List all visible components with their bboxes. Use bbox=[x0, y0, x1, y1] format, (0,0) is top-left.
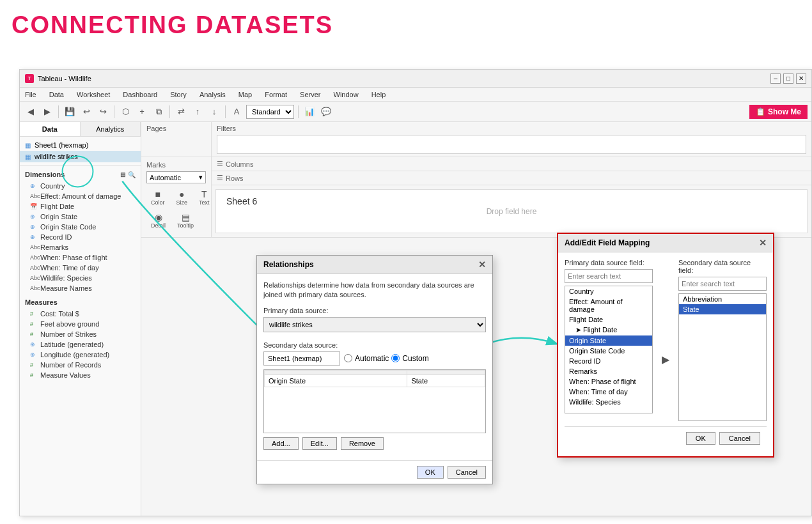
custom-radio[interactable] bbox=[391, 354, 400, 362]
field-recordid[interactable]: ⊕ Record ID bbox=[20, 232, 141, 242]
field-measurevalues[interactable]: # Measure Values bbox=[20, 370, 141, 380]
tooltip-button[interactable]: 💬 bbox=[319, 105, 333, 119]
field-wildlifespecies-label: Wildlife: Species bbox=[40, 274, 92, 282]
swap-button[interactable]: ⇄ bbox=[174, 105, 188, 119]
field-effect[interactable]: Abc Effect: Amount of damage bbox=[20, 191, 141, 201]
menu-file[interactable]: File bbox=[22, 91, 39, 98]
field-cost[interactable]: # Cost: Total $ bbox=[20, 309, 141, 319]
maximize-button[interactable]: □ bbox=[783, 73, 793, 84]
menu-help[interactable]: Help bbox=[369, 91, 389, 98]
tab-analytics[interactable]: Analytics bbox=[81, 122, 141, 136]
field-wildlifespecies[interactable]: Abc Wildlife: Species bbox=[20, 273, 141, 283]
relationships-close-button[interactable]: ✕ bbox=[478, 259, 486, 270]
title-bar: T Tableau - Wildlife – □ ✕ bbox=[20, 70, 811, 88]
edit-button[interactable]: Edit... bbox=[302, 437, 337, 450]
list-item[interactable]: When: Time of day bbox=[565, 387, 652, 397]
list-item[interactable]: Country bbox=[565, 286, 652, 297]
field-flightdate[interactable]: 📅 Flight Date bbox=[20, 201, 141, 212]
menu-story[interactable]: Story bbox=[168, 91, 189, 98]
list-item[interactable]: When: Phase of flight bbox=[565, 376, 652, 387]
list-item[interactable]: Flight Date bbox=[565, 314, 652, 325]
primary-source-dropdown[interactable]: wildlife strikes bbox=[263, 317, 486, 332]
undo-button[interactable]: ↩ bbox=[79, 105, 93, 119]
menu-format[interactable]: Format bbox=[262, 91, 290, 98]
marks-tooltip-button[interactable]: ▤ Tooltip bbox=[173, 210, 198, 231]
marks-color-button[interactable]: ■ Color bbox=[146, 187, 169, 208]
fm-cancel-button[interactable]: Cancel bbox=[719, 432, 760, 445]
fm-primary-label: Primary data source field: bbox=[565, 259, 653, 266]
fm-ok-button[interactable]: OK bbox=[686, 432, 715, 445]
marks-icons: ■ Color ● Size T Text bbox=[146, 187, 206, 208]
list-item[interactable]: ➤ Flight Date bbox=[565, 325, 652, 335]
relationships-cancel-button[interactable]: Cancel bbox=[448, 466, 486, 479]
list-item-abbreviation[interactable]: Abbreviation bbox=[679, 294, 766, 304]
tab-data[interactable]: Data bbox=[20, 122, 81, 136]
fm-secondary-label: Secondary data source field: bbox=[678, 259, 767, 274]
marks-detail-button[interactable]: ◉ Detail bbox=[146, 210, 170, 231]
fm-arrow-icon: ▶ bbox=[659, 259, 672, 421]
dims-add-icon[interactable]: ⊞ bbox=[120, 171, 125, 178]
field-measurenames[interactable]: Abc Measure Names bbox=[20, 283, 141, 293]
back-button[interactable]: ◀ bbox=[24, 105, 38, 119]
menu-map[interactable]: Map bbox=[236, 91, 254, 98]
list-item[interactable]: Record ID bbox=[565, 356, 652, 366]
list-item[interactable]: Remarks bbox=[565, 366, 652, 376]
remove-button[interactable]: Remove bbox=[341, 437, 384, 450]
field-numrecords[interactable]: # Number of Records bbox=[20, 360, 141, 370]
field-phaseofflight[interactable]: Abc When: Phase of flight bbox=[20, 252, 141, 263]
rows-shelf[interactable]: ☰ Rows bbox=[212, 171, 811, 185]
add-button[interactable]: Add... bbox=[263, 437, 299, 450]
menu-worksheet[interactable]: Worksheet bbox=[74, 91, 113, 98]
format-button[interactable]: A bbox=[230, 105, 244, 119]
dims-search-icon[interactable]: 🔍 bbox=[128, 171, 136, 178]
fm-primary-search[interactable] bbox=[565, 269, 653, 283]
field-latitude[interactable]: ⊕ Latitude (generated) bbox=[20, 339, 141, 350]
show-me-button[interactable]: 📋 Show Me bbox=[749, 105, 808, 119]
secondary-source-list[interactable]: Sheet1 (hexmap) bbox=[263, 351, 340, 366]
sort-desc-button[interactable]: ↓ bbox=[207, 105, 221, 119]
duplicate-button[interactable]: ⧉ bbox=[152, 105, 166, 119]
field-longitude[interactable]: ⊕ Longitude (generated) bbox=[20, 350, 141, 360]
menu-dashboard[interactable]: Dashboard bbox=[120, 91, 160, 98]
connect-button[interactable]: ⬡ bbox=[118, 105, 132, 119]
sheet-item-wildlife[interactable]: ▦ wildlife strikes bbox=[20, 151, 141, 162]
redo-button[interactable]: ↪ bbox=[96, 105, 110, 119]
list-item-state[interactable]: State bbox=[679, 304, 766, 314]
list-item[interactable]: Origin State Code bbox=[565, 346, 652, 356]
list-item[interactable]: Effect: Amount of damage bbox=[565, 297, 652, 314]
field-mapping-close-button[interactable]: ✕ bbox=[759, 238, 767, 248]
menu-data[interactable]: Data bbox=[47, 91, 66, 98]
field-numstrikes[interactable]: # Number of Strikes bbox=[20, 329, 141, 339]
field-timeofday[interactable]: Abc When: Time of day bbox=[20, 263, 141, 273]
chart-type-button[interactable]: 📊 bbox=[302, 105, 316, 119]
new-sheet-button[interactable]: + bbox=[135, 105, 149, 119]
marks-text-button[interactable]: T Text bbox=[194, 187, 214, 208]
list-item[interactable]: Wildlife: Species bbox=[565, 397, 652, 407]
sort-asc-button[interactable]: ↑ bbox=[191, 105, 205, 119]
table-row[interactable]: Origin State State bbox=[265, 374, 485, 387]
text-icon2: Abc bbox=[30, 244, 38, 250]
menu-analysis[interactable]: Analysis bbox=[197, 91, 228, 98]
marks-dropdown[interactable]: Automatic ▾ bbox=[146, 171, 206, 183]
menu-window[interactable]: Window bbox=[331, 91, 361, 98]
field-measurenames-label: Measure Names bbox=[40, 284, 92, 292]
auto-radio[interactable] bbox=[344, 354, 352, 362]
field-remarks[interactable]: Abc Remarks bbox=[20, 242, 141, 252]
list-item-origin-state[interactable]: Origin State bbox=[565, 335, 652, 346]
filters-box[interactable] bbox=[217, 135, 806, 154]
menu-server[interactable]: Server bbox=[297, 91, 323, 98]
marks-size-button[interactable]: ● Size bbox=[172, 187, 192, 208]
columns-shelf[interactable]: ☰ Columns bbox=[212, 157, 811, 171]
field-originstate[interactable]: ⊕ Origin State bbox=[20, 212, 141, 222]
sheet-item-hexmap[interactable]: ▦ Sheet1 (hexmap) bbox=[20, 139, 141, 151]
field-feet[interactable]: # Feet above ground bbox=[20, 319, 141, 329]
field-country[interactable]: ⊕ Country bbox=[20, 181, 141, 191]
fm-secondary-search[interactable] bbox=[678, 277, 767, 291]
forward-button[interactable]: ▶ bbox=[40, 105, 54, 119]
standard-dropdown[interactable]: Standard bbox=[246, 105, 294, 119]
minimize-button[interactable]: – bbox=[770, 73, 781, 84]
relationships-ok-button[interactable]: OK bbox=[417, 466, 444, 479]
save-button[interactable]: 💾 bbox=[63, 105, 77, 119]
close-window-button[interactable]: ✕ bbox=[796, 73, 806, 84]
field-originstatecode[interactable]: ⊕ Origin State Code bbox=[20, 222, 141, 232]
